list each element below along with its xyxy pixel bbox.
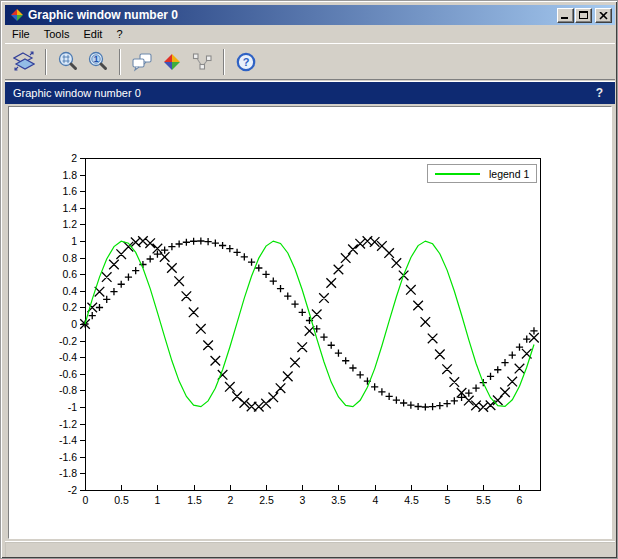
- titlebar[interactable]: Graphic window number 0: [5, 5, 615, 25]
- svg-text:3.5: 3.5: [331, 494, 346, 506]
- toolbar-separator: [119, 49, 121, 75]
- svg-text:0.8: 0.8: [62, 252, 77, 264]
- svg-text:5: 5: [445, 494, 451, 506]
- svg-text:2: 2: [71, 152, 77, 164]
- figure-infobar-title: Graphic window number 0: [5, 87, 596, 99]
- svg-text:-0.8: -0.8: [59, 384, 77, 396]
- svg-text:1.5: 1.5: [187, 494, 202, 506]
- svg-text:6: 6: [517, 494, 523, 506]
- svg-text:0.2: 0.2: [62, 301, 77, 313]
- legend-line-sample: [435, 173, 480, 175]
- maximize-icon: [579, 11, 588, 19]
- rotate-icon: [13, 51, 35, 73]
- svg-text:-1.6: -1.6: [59, 451, 77, 463]
- help-icon: ?: [235, 51, 257, 73]
- svg-text:?: ?: [243, 56, 250, 68]
- svg-text:-1.4: -1.4: [59, 434, 77, 446]
- svg-text:-1: -1: [68, 401, 77, 413]
- original-view-icon: 1: [87, 51, 109, 73]
- svg-text:1: 1: [94, 54, 99, 64]
- toolbar-separator: [223, 49, 225, 75]
- svg-text:1.2: 1.2: [62, 218, 77, 230]
- svg-text:2.5: 2.5: [259, 494, 274, 506]
- svg-text:0.5: 0.5: [114, 494, 129, 506]
- svg-text:1: 1: [155, 494, 161, 506]
- statusbar: [5, 541, 615, 557]
- menu-tools[interactable]: Tools: [37, 26, 77, 42]
- svg-text:1.4: 1.4: [62, 202, 77, 214]
- datatips-icon: [191, 51, 213, 73]
- svg-text:-0.6: -0.6: [59, 368, 77, 380]
- svg-text:5.5: 5.5: [476, 494, 491, 506]
- svg-text:2: 2: [228, 494, 234, 506]
- svg-text:-0.4: -0.4: [59, 351, 77, 363]
- svg-text:4.5: 4.5: [404, 494, 419, 506]
- help-button[interactable]: ?: [231, 48, 261, 76]
- window-title: Graphic window number 0: [28, 8, 557, 22]
- svg-text:0.6: 0.6: [62, 268, 77, 280]
- graphic-window: Graphic window number 0 File Tools Edit …: [0, 0, 618, 559]
- infobar-help-icon[interactable]: ?: [596, 86, 615, 100]
- datatips-button[interactable]: [187, 48, 217, 76]
- svg-text:-1.8: -1.8: [59, 467, 77, 479]
- minimize-icon: [561, 17, 568, 19]
- close-icon: [599, 12, 608, 20]
- legend-label: legend 1: [489, 168, 529, 180]
- minimize-button[interactable]: [557, 8, 574, 23]
- legend-box: legend 1: [427, 164, 537, 183]
- original-view-button[interactable]: 1: [83, 48, 113, 76]
- svg-text:1: 1: [71, 235, 77, 247]
- maximize-button[interactable]: [575, 8, 592, 23]
- zoom-area-icon: [57, 51, 79, 73]
- svg-text:0: 0: [83, 494, 89, 506]
- speech-bubbles-icon: [131, 51, 153, 73]
- scilab-logo-icon: [10, 8, 24, 22]
- rotate-button[interactable]: [9, 48, 39, 76]
- svg-text:1.8: 1.8: [62, 169, 77, 181]
- svg-text:1.6: 1.6: [62, 185, 77, 197]
- menu-edit[interactable]: Edit: [76, 26, 109, 42]
- svg-text:0.4: 0.4: [62, 285, 77, 297]
- menu-help[interactable]: ?: [109, 26, 129, 42]
- svg-text:-0.2: -0.2: [59, 335, 77, 347]
- toolbar: 1: [5, 43, 615, 80]
- svg-text:0: 0: [71, 318, 77, 330]
- close-button[interactable]: [595, 8, 612, 23]
- svg-text:4: 4: [373, 494, 379, 506]
- zoom-area-button[interactable]: [53, 48, 83, 76]
- menubar: File Tools Edit ?: [5, 25, 615, 43]
- plot-canvas[interactable]: 00.511.522.533.544.555.5621.81.61.41.210…: [8, 106, 612, 539]
- ged-button[interactable]: [157, 48, 187, 76]
- toolbar-separator: [45, 49, 47, 75]
- svg-text:3: 3: [300, 494, 306, 506]
- svg-text:-2: -2: [68, 484, 77, 496]
- ged-scilab-diamond-icon: [161, 51, 183, 73]
- svg-text:-1.2: -1.2: [59, 418, 77, 430]
- menu-file[interactable]: File: [5, 26, 37, 42]
- figure-infobar: Graphic window number 0 ?: [5, 81, 615, 104]
- dialogs-button[interactable]: [127, 48, 157, 76]
